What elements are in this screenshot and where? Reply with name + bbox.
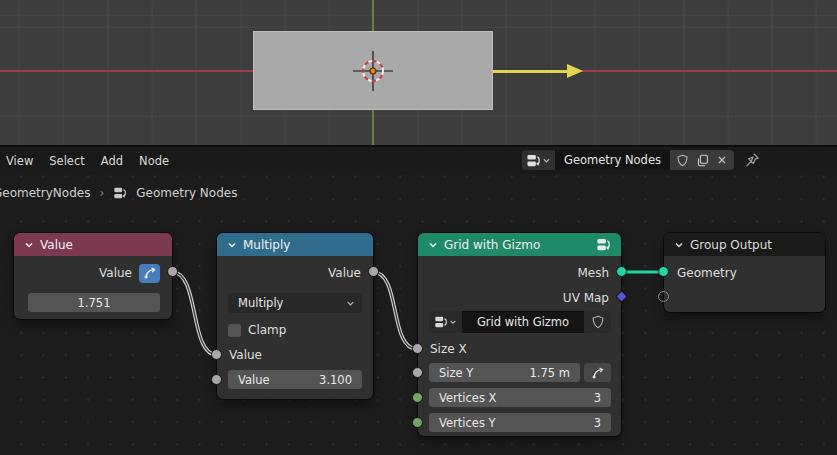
node-group-icon [596,237,611,252]
vertices-y-field[interactable]: Vertices Y 3 [429,413,611,432]
close-icon [716,154,728,166]
node-grid-header[interactable]: Grid with Gizmo [418,233,621,256]
node-tree-icon [113,186,127,200]
node-editor-header: View Select Add Node [0,147,837,174]
3d-viewport[interactable] [0,0,837,145]
breadcrumb-tree-name: Geometry Nodes [136,186,237,200]
multiply-output-socket[interactable] [368,266,379,277]
virtual-input-socket[interactable] [658,291,669,302]
field-value: 3.100 [319,373,362,387]
uv-map-output-label: UV Map [563,291,609,305]
node-value-header[interactable]: Value [14,233,172,256]
breadcrumb: GeometryNodes › Geometry Nodes [0,186,237,200]
vertices-y-label: Vertices Y [429,416,496,430]
menu-node[interactable]: Node [139,154,169,168]
multiply-input-socket-1[interactable] [211,349,222,360]
size-x-input-label: Size X [430,342,467,356]
gizmo-arrow-head[interactable] [567,64,583,78]
link-value-to-multiply [172,272,217,355]
node-tree-icon [434,315,448,329]
operation-dropdown[interactable]: Multiply [228,293,362,313]
breadcrumb-modifier: GeometryNodes [0,186,90,200]
geometry-input-label: Geometry [677,266,737,280]
chevron-down-icon[interactable] [674,240,684,250]
node-title: Group Output [690,238,772,252]
3d-cursor [351,49,395,93]
gizmo-arrow-shaft[interactable] [493,70,569,73]
operation-value: Multiply [238,296,346,310]
node-tree-icon [526,153,541,168]
node-canvas[interactable]: GeometryNodes › Geometry Nodes [0,174,837,455]
pin-icon[interactable] [744,152,760,168]
vertices-x-value: 3 [594,391,611,405]
node-title: Multiply [243,238,290,252]
node-title: Grid with Gizmo [444,238,540,252]
chevron-down-icon[interactable] [227,240,237,250]
value-output-label: Value [99,266,132,280]
fake-user-button[interactable] [673,151,691,169]
geometry-input-socket[interactable] [658,266,669,277]
multiply-input-label: Value [229,348,262,362]
link-multiply-to-grid [373,272,417,349]
gizmo-driver-button[interactable] [584,363,611,382]
menu-add[interactable]: Add [101,154,123,168]
value-number-field[interactable]: 1.751 [28,293,160,312]
node-multiply-header[interactable]: Multiply [217,233,373,256]
shield-icon [676,154,689,167]
mesh-output-label: Mesh [577,266,609,280]
size-y-input-socket[interactable] [412,367,423,378]
chevron-down-icon[interactable] [24,240,34,250]
group-name-field[interactable]: Grid with Gizmo [462,311,584,333]
size-y-value: 1.75 m [530,366,580,380]
node-tree-selector: Geometry Nodes [522,150,734,170]
node-group-output[interactable]: Group Output Geometry [664,233,825,312]
size-y-label: Size Y [429,366,473,380]
size-x-input-socket[interactable] [412,343,423,354]
menu-view[interactable]: View [6,154,33,168]
node-title: Value [40,238,73,252]
vertices-x-label: Vertices X [429,391,496,405]
chevron-down-icon [449,318,457,326]
clamp-label: Clamp [248,323,286,337]
chevron-down-icon [346,299,355,308]
vertices-y-value: 3 [594,416,611,430]
chevron-down-icon [542,156,551,165]
blender-window: View Select Add Node [0,0,837,455]
copy-icon [696,154,709,167]
value-output-socket[interactable] [167,266,178,277]
multiply-input-socket-2[interactable] [211,374,222,385]
driver-icon[interactable] [139,264,160,283]
driver-arrow-icon [591,366,605,380]
node-multiply[interactable]: Multiply Value Multiply Clamp Value Valu… [217,233,373,399]
node-value[interactable]: Value Value 1.751 [14,233,172,319]
vertices-x-input-socket[interactable] [412,392,423,403]
unlink-button[interactable] [713,151,731,169]
value-number: 1.751 [78,296,111,310]
chevron-down-icon[interactable] [428,240,438,250]
vertices-x-field[interactable]: Vertices X 3 [429,388,611,407]
field-label: Value [228,373,270,387]
new-copy-button[interactable] [693,151,711,169]
mesh-output-socket[interactable] [616,266,627,277]
vertices-y-input-socket[interactable] [412,417,423,428]
clamp-checkbox[interactable] [228,324,241,337]
multiply-value-field[interactable]: Value 3.100 [228,370,362,389]
menu-bar: View Select Add Node [0,154,169,168]
tree-name-field[interactable]: Geometry Nodes [555,150,670,170]
node-group-output-header[interactable]: Group Output [664,233,825,256]
multiply-output-label: Value [328,266,361,280]
size-y-field[interactable]: Size Y 1.75 m [429,363,580,382]
menu-select[interactable]: Select [49,154,84,168]
breadcrumb-separator: › [99,186,104,200]
group-fake-user-button[interactable] [584,311,611,333]
tree-browse-button[interactable] [522,150,555,170]
node-grid-with-gizmo[interactable]: Grid with Gizmo Mesh UV Map [418,233,621,436]
group-browse-button[interactable] [429,311,462,333]
shield-icon [591,315,605,329]
